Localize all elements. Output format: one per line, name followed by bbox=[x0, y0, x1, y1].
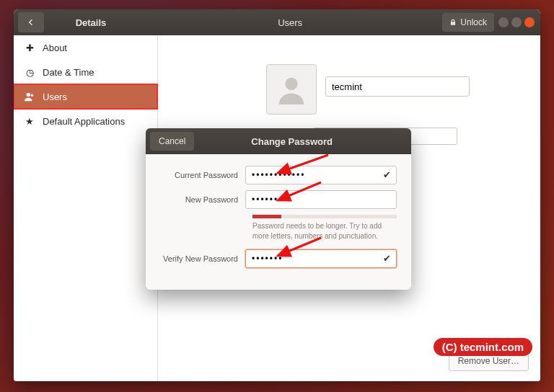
cancel-button[interactable]: Cancel bbox=[150, 132, 194, 151]
clock-icon: ◷ bbox=[24, 66, 35, 78]
unlock-button[interactable]: Unlock bbox=[442, 13, 494, 32]
verify-password-label: Verify New Password bbox=[160, 254, 245, 263]
sidebar-item-users[interactable]: Users bbox=[14, 84, 157, 109]
verify-password-field[interactable] bbox=[245, 249, 397, 268]
password-strength-meter bbox=[252, 215, 397, 218]
change-password-dialog: Cancel Change Password Current Password … bbox=[146, 128, 411, 290]
sidebar-item-date-time[interactable]: ◷ Date & Time bbox=[14, 60, 157, 84]
check-icon: ✔ bbox=[383, 169, 391, 180]
username-field[interactable] bbox=[325, 76, 470, 97]
maximize-button[interactable] bbox=[511, 17, 522, 27]
new-password-label: New Password bbox=[160, 195, 245, 204]
svg-point-1 bbox=[31, 94, 34, 97]
sidebar-item-label: Date & Time bbox=[43, 67, 94, 78]
page-title: Users bbox=[138, 17, 442, 28]
avatar[interactable] bbox=[266, 64, 317, 115]
chevron-left-icon bbox=[27, 18, 35, 27]
plus-icon: ✚ bbox=[24, 42, 35, 53]
titlebar: Details Users Unlock bbox=[14, 9, 540, 35]
settings-sidebar: ✚ About ◷ Date & Time Users ★ Default Ap… bbox=[14, 35, 158, 381]
password-hint: Password needs to be longer. Try to add … bbox=[252, 221, 397, 241]
new-password-field[interactable] bbox=[245, 190, 397, 209]
minimize-button[interactable] bbox=[498, 17, 509, 27]
dialog-titlebar: Cancel Change Password bbox=[146, 128, 411, 154]
svg-point-0 bbox=[27, 93, 30, 97]
sidebar-item-label: About bbox=[43, 43, 67, 53]
current-password-label: Current Password bbox=[160, 171, 245, 179]
avatar-placeholder-icon bbox=[275, 73, 308, 106]
check-icon: ✔ bbox=[383, 253, 391, 264]
sidebar-item-label: Users bbox=[43, 92, 67, 102]
dialog-body: Current Password ✔ New Password Password… bbox=[146, 154, 411, 290]
sidebar-item-about[interactable]: ✚ About bbox=[14, 35, 157, 60]
current-password-field[interactable] bbox=[245, 166, 397, 184]
window-controls bbox=[498, 17, 535, 27]
sidebar-item-label: Default Applications bbox=[43, 116, 125, 127]
back-button[interactable] bbox=[18, 12, 44, 32]
svg-point-2 bbox=[285, 78, 297, 90]
section-title: Details bbox=[44, 17, 138, 28]
sidebar-item-default-apps[interactable]: ★ Default Applications bbox=[14, 109, 157, 133]
users-icon bbox=[24, 91, 35, 102]
star-icon: ★ bbox=[24, 115, 35, 127]
watermark: (C) tecmint.com bbox=[434, 338, 532, 356]
unlock-label: Unlock bbox=[460, 17, 487, 27]
dialog-title: Change Password bbox=[251, 136, 333, 147]
lock-icon bbox=[449, 19, 457, 26]
close-button[interactable] bbox=[524, 17, 535, 27]
